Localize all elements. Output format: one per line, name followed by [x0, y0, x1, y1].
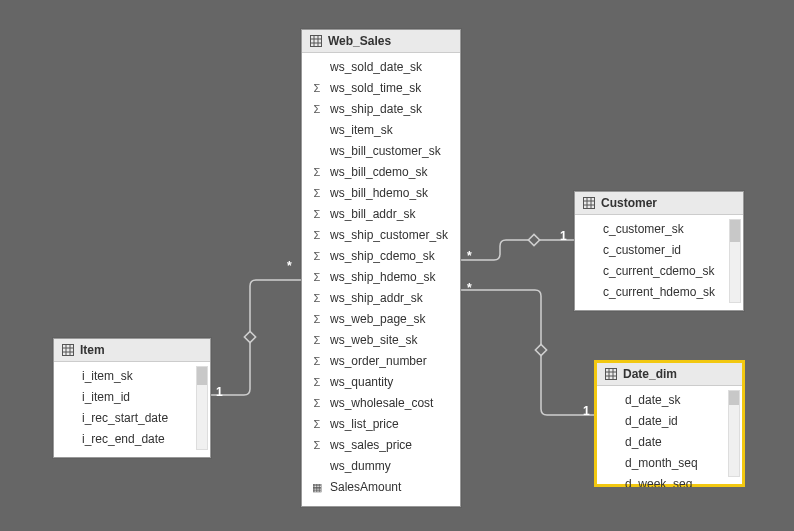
field-row[interactable]: ▦SalesAmount — [302, 477, 460, 498]
field-name: d_date_id — [625, 412, 678, 431]
field-row[interactable]: ws_bill_customer_sk — [302, 141, 460, 162]
entity-header[interactable]: Item — [54, 339, 210, 362]
sigma-icon: Σ — [310, 163, 324, 182]
field-row[interactable]: ws_sold_date_sk — [302, 57, 460, 78]
sigma-icon: Σ — [310, 352, 324, 371]
entity-header[interactable]: Customer — [575, 192, 743, 215]
field-row[interactable]: c_current_hdemo_sk — [575, 282, 743, 303]
field-name: i_rec_end_date — [82, 430, 165, 449]
field-name: i_rec_start_date — [82, 409, 168, 428]
svg-rect-1 — [528, 234, 539, 245]
sigma-icon: Σ — [310, 79, 324, 98]
field-name: ws_ship_hdemo_sk — [330, 268, 435, 287]
field-row[interactable]: Σws_order_number — [302, 351, 460, 372]
sigma-icon: Σ — [310, 436, 324, 455]
field-name: ws_web_site_sk — [330, 331, 417, 350]
measure-icon: ▦ — [310, 478, 324, 497]
scrollbar-thumb[interactable] — [729, 391, 739, 405]
field-row[interactable]: d_week_seq — [597, 474, 742, 487]
field-name: d_date_sk — [625, 391, 680, 410]
cardinality-customer-many: * — [467, 249, 472, 263]
field-row[interactable]: d_month_seq — [597, 453, 742, 474]
scrollbar[interactable] — [196, 366, 208, 450]
field-row[interactable]: Σws_bill_cdemo_sk — [302, 162, 460, 183]
field-name: ws_ship_customer_sk — [330, 226, 448, 245]
field-row[interactable]: i_rec_end_date — [54, 429, 210, 450]
field-name: c_current_cdemo_sk — [603, 262, 714, 281]
scrollbar[interactable] — [728, 390, 740, 477]
table-icon — [583, 197, 595, 209]
field-name: ws_bill_customer_sk — [330, 142, 441, 161]
table-icon — [310, 35, 322, 47]
entity-field-list: ws_sold_date_skΣws_sold_time_skΣws_ship_… — [302, 53, 460, 502]
sigma-icon: Σ — [310, 373, 324, 392]
field-name: ws_sales_price — [330, 436, 412, 455]
field-name: c_current_hdemo_sk — [603, 283, 715, 302]
field-row[interactable]: Σws_ship_date_sk — [302, 99, 460, 120]
field-name: ws_list_price — [330, 415, 399, 434]
field-name: d_month_seq — [625, 454, 698, 473]
field-row[interactable]: Σws_wholesale_cost — [302, 393, 460, 414]
field-row[interactable]: Σws_list_price — [302, 414, 460, 435]
field-row[interactable]: ws_item_sk — [302, 120, 460, 141]
field-name: c_customer_id — [603, 241, 681, 260]
field-row[interactable]: Σws_bill_addr_sk — [302, 204, 460, 225]
sigma-icon: Σ — [310, 415, 324, 434]
entity-header[interactable]: Web_Sales — [302, 30, 460, 53]
diagram-canvas[interactable]: 1 * 1 * 1 * Web_Sales ws_sold_date_skΣws… — [0, 0, 794, 531]
sigma-icon: Σ — [310, 289, 324, 308]
scrollbar-thumb[interactable] — [730, 220, 740, 242]
entity-title: Customer — [601, 196, 657, 210]
field-row[interactable]: i_item_id — [54, 387, 210, 408]
field-row[interactable]: d_date_id — [597, 411, 742, 432]
field-row[interactable]: Σws_ship_cdemo_sk — [302, 246, 460, 267]
entity-customer[interactable]: Customer c_customer_skc_customer_idc_cur… — [574, 191, 744, 311]
entity-field-list: d_date_skd_date_idd_dated_month_seqd_wee… — [597, 386, 742, 487]
field-name: ws_bill_hdemo_sk — [330, 184, 428, 203]
field-row[interactable]: i_rec_start_date — [54, 408, 210, 429]
scrollbar[interactable] — [729, 219, 741, 303]
svg-rect-18 — [606, 369, 617, 380]
entity-field-list: i_item_ski_item_idi_rec_start_datei_rec_… — [54, 362, 210, 460]
field-name: ws_ship_cdemo_sk — [330, 247, 435, 266]
field-row[interactable]: c_customer_sk — [575, 219, 743, 240]
field-name: ws_ship_date_sk — [330, 100, 422, 119]
field-row[interactable]: Σws_ship_customer_sk — [302, 225, 460, 246]
entity-web-sales[interactable]: Web_Sales ws_sold_date_skΣws_sold_time_s… — [301, 29, 461, 507]
field-row[interactable]: d_date — [597, 432, 742, 453]
sigma-icon: Σ — [310, 247, 324, 266]
sigma-icon: Σ — [310, 226, 324, 245]
field-name: ws_quantity — [330, 373, 393, 392]
field-name: ws_sold_date_sk — [330, 58, 422, 77]
table-icon — [605, 368, 617, 380]
cardinality-date-many: * — [467, 281, 472, 295]
field-row[interactable]: c_current_cdemo_sk — [575, 261, 743, 282]
field-row[interactable]: Σws_sales_price — [302, 435, 460, 456]
field-name: ws_dummy — [330, 457, 391, 476]
field-row[interactable]: Σws_ship_addr_sk — [302, 288, 460, 309]
table-icon — [62, 344, 74, 356]
field-name: ws_web_page_sk — [330, 310, 425, 329]
entity-header[interactable]: Date_dim — [597, 363, 742, 386]
svg-rect-3 — [311, 36, 322, 47]
entity-date-dim[interactable]: Date_dim d_date_skd_date_idd_dated_month… — [596, 362, 743, 485]
entity-item[interactable]: Item i_item_ski_item_idi_rec_start_datei… — [53, 338, 211, 458]
sigma-icon: Σ — [310, 100, 324, 119]
field-row[interactable]: Σws_bill_hdemo_sk — [302, 183, 460, 204]
field-row[interactable]: Σws_ship_hdemo_sk — [302, 267, 460, 288]
scrollbar-thumb[interactable] — [197, 367, 207, 385]
field-row[interactable]: c_customer_id — [575, 240, 743, 261]
field-row[interactable]: Σws_sold_time_sk — [302, 78, 460, 99]
field-name: c_customer_sk — [603, 220, 684, 239]
field-row[interactable]: d_date_sk — [597, 390, 742, 411]
field-row[interactable]: Σws_web_page_sk — [302, 309, 460, 330]
field-row[interactable]: ws_dummy — [302, 456, 460, 477]
field-name: d_week_seq — [625, 475, 692, 487]
field-row[interactable]: Σws_quantity — [302, 372, 460, 393]
field-row[interactable]: i_item_sk — [54, 366, 210, 387]
entity-title: Web_Sales — [328, 34, 391, 48]
sigma-icon: Σ — [310, 268, 324, 287]
field-row[interactable]: Σws_web_site_sk — [302, 330, 460, 351]
field-name: i_item_id — [82, 388, 130, 407]
svg-rect-8 — [63, 345, 74, 356]
